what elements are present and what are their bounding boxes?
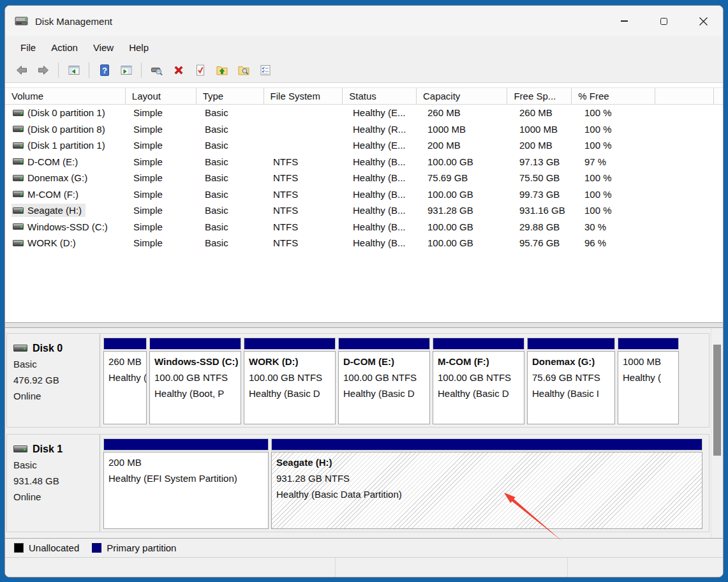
- column-header-empty[interactable]: [655, 88, 714, 104]
- menu-help[interactable]: Help: [121, 40, 156, 56]
- console-tree-icon: [67, 64, 81, 77]
- column-header-filler: [714, 88, 723, 104]
- column-header-volume[interactable]: Volume: [5, 88, 126, 104]
- maximize-button[interactable]: [644, 6, 683, 36]
- folder-search-icon: [237, 64, 251, 77]
- partition-color-bar: [149, 338, 241, 350]
- partition-disk0-recovery[interactable]: 1000 MBHealthy (: [618, 338, 679, 424]
- status-segment: [336, 558, 568, 577]
- column-header-free-space[interactable]: Free Sp...: [507, 88, 572, 104]
- pane-splitter[interactable]: [5, 322, 723, 328]
- disk-0-panel[interactable]: Disk 0 Basic 476.92 GB Online: [7, 334, 100, 427]
- legend-swatch-unallocated: [14, 543, 24, 553]
- partition-disk0-1[interactable]: 260 MBHealthy (: [103, 338, 147, 424]
- partition-dcom[interactable]: D-COM (E:)100.00 GB NTFSHealthy (Basic D: [338, 338, 430, 424]
- rescan-disks-icon: [150, 64, 164, 77]
- partition-donemax[interactable]: Donemax (G:)75.69 GB NTFSHealthy (Basic …: [527, 338, 615, 424]
- menu-file[interactable]: File: [13, 40, 43, 56]
- selected-partition-hatch: Seagate (H:)931.28 GB NTFSHealthy (Basic…: [271, 452, 702, 529]
- menu-action[interactable]: Action: [43, 40, 85, 56]
- volume-row-dcom[interactable]: D-COM (E:) Simple Basic NTFS Healthy (B.…: [5, 154, 723, 170]
- graphical-view-main: Disk 0 Basic 476.92 GB Online 260 MBHeal…: [5, 328, 711, 538]
- rescan-disks-button[interactable]: [148, 62, 165, 79]
- status-bar: [5, 557, 723, 577]
- volume-row-mcom[interactable]: M-COM (F:) Simple Basic NTFS Healthy (B.…: [5, 186, 723, 203]
- column-header-file-system[interactable]: File System: [264, 88, 343, 104]
- back-arrow-icon: [15, 64, 29, 77]
- column-header-capacity[interactable]: Capacity: [417, 88, 507, 104]
- graphical-view: Disk 0 Basic 476.92 GB Online 260 MBHeal…: [5, 328, 723, 538]
- folder-up-arrow-icon: [215, 64, 229, 77]
- properties-button[interactable]: [191, 62, 209, 79]
- menu-view[interactable]: View: [85, 40, 121, 56]
- disk-1-partitions: 200 MBHealthy (EFI System Partition) Sea…: [100, 435, 709, 532]
- volume-name: M-COM (F:): [27, 189, 78, 200]
- legend-swatch-primary-partition: [92, 543, 101, 553]
- partition-color-bar: [433, 338, 524, 350]
- folder-search-button[interactable]: [235, 62, 252, 79]
- partition-disk1-efi[interactable]: 200 MBHealthy (EFI System Partition): [103, 438, 269, 529]
- partition-windows-ssd[interactable]: Windows-SSD (C:)100.00 GB NTFSHealthy (B…: [149, 338, 241, 424]
- action-pane-icon: [119, 64, 133, 77]
- svg-text:?: ?: [102, 66, 107, 75]
- status-segment: [568, 558, 723, 577]
- partition-mcom[interactable]: M-COM (F:)100.00 GB NTFSHealthy (Basic D: [433, 338, 524, 424]
- volume-name: (Disk 0 partition 1): [27, 107, 105, 118]
- volume-row-seagate[interactable]: Seagate (H:) Simple Basic NTFS Healthy (…: [5, 202, 723, 219]
- volume-icon: [13, 158, 24, 165]
- volume-icon: [13, 126, 24, 132]
- disk-0-size: 476.92 GB: [13, 372, 94, 388]
- help-icon: ?: [98, 64, 112, 77]
- maximize-icon: [660, 18, 667, 25]
- back-button[interactable]: [13, 62, 30, 79]
- scrollbar-thumb[interactable]: [713, 345, 721, 456]
- disk-drive-app-icon: [15, 15, 29, 27]
- volume-name: (Disk 0 partition 8): [27, 124, 105, 135]
- disk-1-title: Disk 1: [13, 441, 94, 457]
- show-console-tree-button[interactable]: [65, 62, 82, 79]
- volume-row-donemax[interactable]: Donemax (G:) Simple Basic NTFS Healthy (…: [5, 170, 723, 186]
- disk-0-kind: Basic: [13, 356, 94, 372]
- minimize-button[interactable]: [604, 6, 644, 36]
- volume-icon: [13, 207, 24, 214]
- disk-1-state: Online: [13, 489, 94, 505]
- delete-x-icon: [172, 64, 186, 77]
- column-header-pct-free[interactable]: % Free: [572, 88, 655, 104]
- help-button[interactable]: ?: [96, 62, 113, 79]
- forward-arrow-icon: [36, 64, 50, 77]
- menu-bar: File Action View Help: [5, 36, 723, 58]
- disk-1-panel[interactable]: Disk 1 Basic 931.48 GB Online: [7, 435, 100, 532]
- volume-row-disk0-partition1[interactable]: (Disk 0 partition 1) Simple Basic Health…: [5, 105, 723, 121]
- volume-row-windows-ssd[interactable]: Windows-SSD (C:) Simple Basic NTFS Healt…: [5, 219, 723, 235]
- vertical-scrollbar[interactable]: [711, 328, 723, 538]
- close-button[interactable]: [683, 6, 723, 36]
- volume-icon: [13, 191, 24, 197]
- volume-row-disk1-partition1[interactable]: (Disk 1 partition 1) Simple Basic Health…: [5, 137, 723, 154]
- partition-color-bar: [618, 338, 679, 350]
- volume-row-disk0-partition8[interactable]: (Disk 0 partition 8) Simple Basic Health…: [5, 121, 723, 138]
- volume-icon: [13, 142, 24, 149]
- forward-button[interactable]: [34, 62, 52, 79]
- volume-row-work[interactable]: WORK (D:) Simple Basic NTFS Healthy (B..…: [5, 235, 723, 251]
- disk-icon: [13, 445, 27, 452]
- window-title: Disk Management: [35, 16, 112, 27]
- checklist-button[interactable]: [256, 62, 274, 79]
- toolbar-separator: [141, 63, 142, 78]
- minimize-icon: [621, 20, 628, 22]
- folder-up-button[interactable]: [213, 62, 230, 79]
- partition-seagate[interactable]: Seagate (H:)931.28 GB NTFSHealthy (Basic…: [271, 438, 702, 529]
- volume-name: D-COM (E:): [27, 156, 78, 167]
- volume-name: Donemax (G:): [27, 172, 87, 183]
- column-header-layout[interactable]: Layout: [126, 88, 197, 104]
- disk-management-window: Disk Management File Action View Help: [4, 5, 724, 578]
- column-header-status[interactable]: Status: [343, 88, 417, 104]
- volume-name: (Disk 1 partition 1): [27, 140, 105, 151]
- delete-volume-button[interactable]: [170, 62, 187, 79]
- volume-name: Windows-SSD (C:): [27, 221, 108, 232]
- legend-label-primary-partition: Primary partition: [107, 542, 176, 553]
- disk-1-kind: Basic: [13, 457, 94, 473]
- show-action-pane-button[interactable]: [117, 62, 135, 79]
- volume-icon: [13, 240, 24, 246]
- column-header-type[interactable]: Type: [197, 88, 264, 104]
- partition-work[interactable]: WORK (D:)100.00 GB NTFSHealthy (Basic D: [244, 338, 336, 424]
